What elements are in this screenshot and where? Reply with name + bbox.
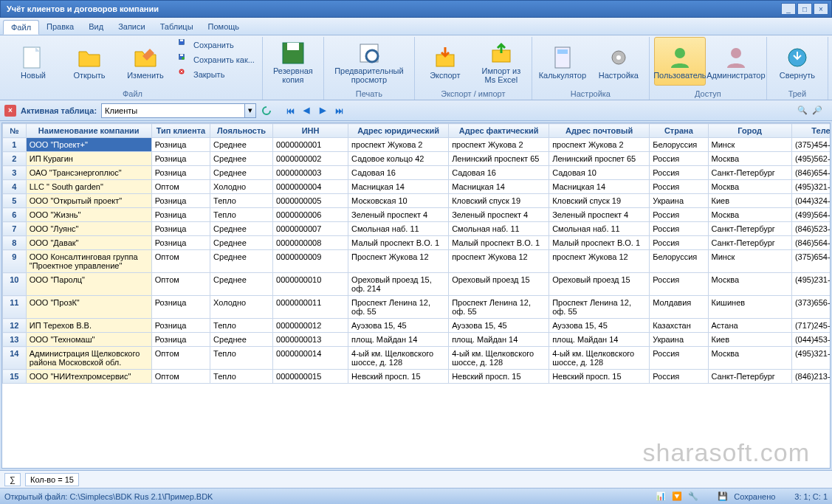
menu-tab-4[interactable]: Таблицы [153, 20, 201, 33]
cell[interactable]: Зеленый проспект 4 [549, 208, 650, 222]
cell[interactable]: ООО "НИИтехпромсервис" [26, 370, 151, 384]
open-button[interactable]: Открыть [63, 37, 115, 86]
cell[interactable]: 2 [3, 152, 27, 166]
cell[interactable]: ООО "Открытый проект" [26, 194, 151, 208]
cell[interactable]: (044)453-5345 [791, 333, 831, 347]
cell[interactable]: Молдавия [650, 296, 708, 319]
cell[interactable]: LLC " South garden" [26, 180, 151, 194]
cell[interactable]: площ. Майдан 14 [348, 333, 449, 347]
cell[interactable]: Холодно [210, 296, 273, 319]
cell[interactable]: 4-ый км. Щелковского шоссе, д. 128 [549, 347, 650, 370]
column-header[interactable]: Город [708, 124, 791, 138]
cell[interactable]: ООО "Проект+" [26, 138, 151, 152]
table-row[interactable]: 1ООО "Проект+"РозницаСреднее0000000001пр… [3, 138, 831, 152]
cell[interactable]: Украина [650, 194, 708, 208]
cell[interactable]: 10 [3, 273, 27, 296]
cell[interactable]: 14 [3, 347, 27, 370]
cell[interactable]: Розница [151, 319, 210, 333]
cell[interactable]: 3 [3, 166, 27, 180]
cell[interactable]: 0000000004 [273, 180, 348, 194]
menu-tab-1[interactable]: Правка [39, 20, 81, 33]
cell[interactable]: ООО "Паролц" [26, 273, 151, 296]
cell[interactable]: Розница [151, 152, 210, 166]
cell[interactable]: 12 [3, 319, 27, 333]
cell[interactable]: Кловский спуск 19 [449, 194, 549, 208]
table-row[interactable]: 5ООО "Открытый проект"РозницаТепло000000… [3, 194, 831, 208]
table-row[interactable]: 3ОАО "Трансэнергоплюс"РозницаСреднее0000… [3, 166, 831, 180]
menu-tab-0[interactable]: Файл [3, 20, 39, 35]
cell[interactable]: Москва [708, 180, 791, 194]
cell[interactable]: Россия [650, 273, 708, 296]
prev-record-icon[interactable]: ◀ [300, 105, 312, 117]
cell[interactable]: Казахстан [650, 319, 708, 333]
cell[interactable]: (375)454-5223 [791, 138, 831, 152]
cell[interactable]: ИП Терехов В.В. [26, 319, 151, 333]
cell[interactable]: (495)321-1253 [791, 347, 831, 370]
column-header[interactable]: № [3, 124, 27, 138]
cell[interactable]: 0000000002 [273, 152, 348, 166]
menu-tab-5[interactable]: Помощь [201, 20, 247, 33]
cell[interactable]: Невский просп. 15 [348, 370, 449, 384]
cell[interactable]: Среднее [210, 273, 273, 296]
cell[interactable]: ООО "Техномаш" [26, 333, 151, 347]
cell[interactable]: Среднее [210, 250, 273, 273]
cell[interactable]: Белоруссия [650, 138, 708, 152]
column-header[interactable]: Адрес фактический [449, 124, 549, 138]
cell[interactable]: ОАО "Трансэнергоплюс" [26, 166, 151, 180]
cell[interactable]: 0000000015 [273, 370, 348, 384]
table-row[interactable]: 15ООО "НИИтехпромсервис"ОптомТепло000000… [3, 370, 831, 384]
cell[interactable]: Розница [151, 236, 210, 250]
cell[interactable]: Россия [650, 222, 708, 236]
cell[interactable]: 4-ый км. Щелковского шоссе, д. 128 [449, 347, 549, 370]
cell[interactable]: Россия [650, 166, 708, 180]
cell[interactable]: Масницкая 14 [348, 180, 449, 194]
maximize-window-button[interactable]: □ [797, 3, 812, 15]
cell[interactable]: Ленинский проспект 65 [449, 152, 549, 166]
save-button[interactable]: Сохранить [176, 38, 258, 52]
cell[interactable]: Тепло [210, 319, 273, 333]
cell[interactable]: Москва [708, 273, 791, 296]
cell[interactable]: Москва [708, 347, 791, 370]
cell[interactable]: Розница [151, 138, 210, 152]
table-row[interactable]: 11ООО "ПрозК"РозницаХолодно0000000011Про… [3, 296, 831, 319]
cell[interactable]: 0000000003 [273, 166, 348, 180]
cell[interactable]: Оптом [151, 250, 210, 273]
table-row[interactable]: 9ООО Консалтинговая группа "Проектное уп… [3, 250, 831, 273]
cell[interactable]: проспект Жукова 12 [549, 250, 650, 273]
cell[interactable]: Администрация Щелковского района Московс… [26, 347, 151, 370]
cell[interactable]: 1 [3, 138, 27, 152]
cell[interactable]: 8 [3, 236, 27, 250]
cell[interactable]: Москва [708, 208, 791, 222]
cell[interactable]: 0000000007 [273, 222, 348, 236]
status-icon-3[interactable]: 🔧 [688, 491, 698, 501]
table-row[interactable]: 13ООО "Техномаш"РозницаСреднее0000000013… [3, 333, 831, 347]
cell[interactable]: 0000000006 [273, 208, 348, 222]
admin-button[interactable]: Администратор [710, 37, 762, 86]
export-button[interactable]: Экспорт [419, 37, 471, 86]
cell[interactable]: (846)564-3243 [791, 236, 831, 250]
column-header[interactable]: Адрес почтовый [549, 124, 650, 138]
table-row[interactable]: 6ООО "Жизнь"РозницаТепло0000000006Зелены… [3, 208, 831, 222]
cell[interactable]: 0000000008 [273, 236, 348, 250]
calc-button[interactable]: Калькулятор [537, 37, 588, 86]
close-window-button[interactable]: × [814, 3, 828, 15]
cell[interactable]: (846)654-6242 [791, 166, 831, 180]
cell[interactable]: Московская 10 [348, 194, 449, 208]
cell[interactable]: 0000000014 [273, 347, 348, 370]
cell[interactable]: 5 [3, 194, 27, 208]
cell[interactable]: Россия [650, 180, 708, 194]
cell[interactable]: ООО "Луянс" [26, 222, 151, 236]
sum-icon[interactable]: ∑ [4, 473, 21, 486]
cell[interactable]: Садовая 10 [549, 166, 650, 180]
cell[interactable]: Масницкая 14 [549, 180, 650, 194]
cell[interactable]: Ауэзова 15, 45 [449, 319, 549, 333]
cell[interactable]: 11 [3, 296, 27, 319]
cell[interactable]: Ленинский проспет 65 [549, 152, 650, 166]
cell[interactable]: (717)245-3453 [791, 319, 831, 333]
cell[interactable]: Оптом [151, 273, 210, 296]
menu-tab-2[interactable]: Вид [81, 20, 111, 33]
cell[interactable]: Тепло [210, 370, 273, 384]
cell[interactable]: Минск [708, 138, 791, 152]
cell[interactable]: проспект Жукова 12 [449, 250, 549, 273]
table-row[interactable]: 7ООО "Луянс"РозницаСреднее0000000007Смол… [3, 222, 831, 236]
